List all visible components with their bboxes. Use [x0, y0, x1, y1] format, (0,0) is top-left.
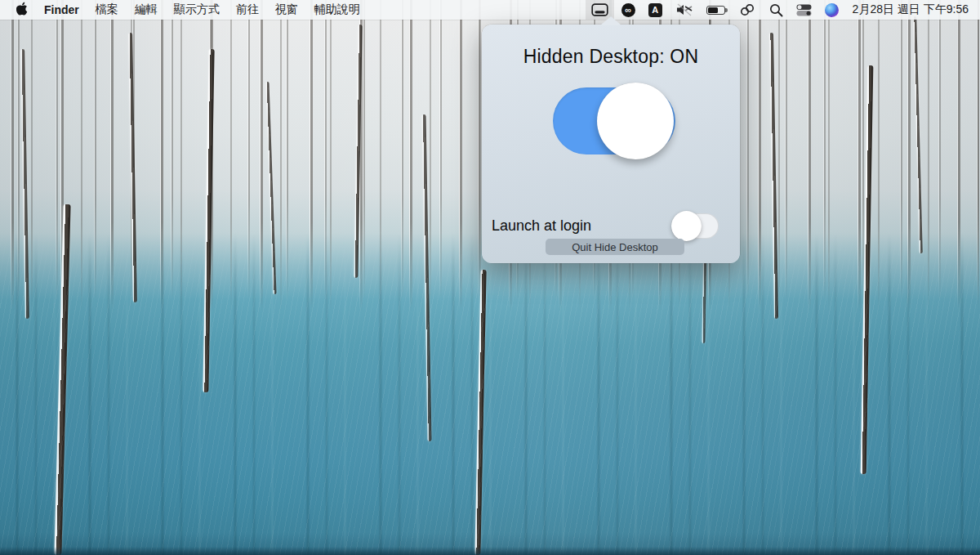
launch-at-login-toggle[interactable] [673, 213, 719, 239]
launch-at-login-toggle-knob[interactable] [671, 211, 702, 241]
apple-icon [16, 2, 28, 18]
active-app-menu[interactable]: Finder [36, 0, 87, 20]
menu-bar-status-area: ∞ A [586, 0, 980, 20]
siri-icon[interactable] [819, 0, 844, 20]
launch-at-login-label: Launch at login [492, 217, 591, 235]
hide-desktop-popover: Hidden Desktop: ON Launch at login Quit … [482, 25, 740, 263]
mute-icon[interactable] [670, 0, 699, 20]
battery-icon[interactable] [701, 0, 731, 20]
menu-bar-left: Finder 檔案 編輯 顯示方式 前往 視窗 輔助說明 [0, 0, 368, 20]
apple-menu[interactable] [8, 0, 36, 20]
hidden-desktop-toggle-knob[interactable] [597, 83, 674, 159]
quit-hide-desktop-button[interactable]: Quit Hide Desktop [546, 239, 684, 255]
wallpaper-bottom-shadow [0, 547, 980, 555]
menu-view[interactable]: 顯示方式 [166, 0, 228, 20]
menu-file[interactable]: 檔案 [87, 0, 127, 20]
menu-edit[interactable]: 編輯 [127, 0, 166, 20]
hidden-desktop-toggle[interactable] [553, 87, 675, 154]
menu-window[interactable]: 視窗 [267, 0, 306, 20]
launch-at-login-row: Launch at login [492, 211, 719, 240]
control-center-icon[interactable] [791, 0, 817, 20]
menu-bar-clock[interactable]: 2月28日 週日 下午9:56 [846, 2, 973, 17]
popover-arrow [600, 16, 621, 25]
menu-help[interactable]: 輔助說明 [306, 0, 368, 20]
popover-title: Hidden Desktop: ON [482, 46, 740, 68]
menu-bar: Finder 檔案 編輯 顯示方式 前往 視窗 輔助說明 ∞ A [0, 0, 980, 20]
menu-go[interactable]: 前往 [228, 0, 267, 20]
link-icon[interactable] [733, 0, 762, 20]
spotlight-icon[interactable] [764, 0, 789, 20]
input-method-icon[interactable]: A [643, 0, 668, 20]
